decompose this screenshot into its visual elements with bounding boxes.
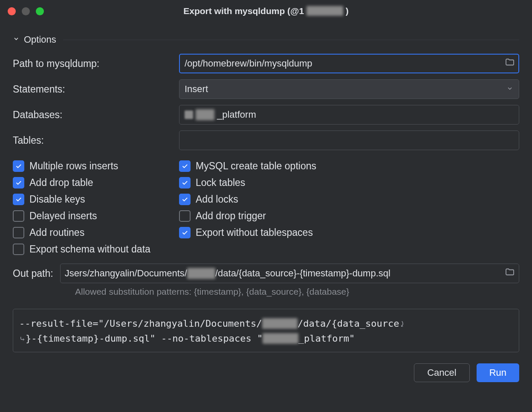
checkbox-add_drop_table[interactable]: Add drop table bbox=[13, 177, 179, 189]
checkbox-add_locks[interactable]: Add locks bbox=[179, 194, 316, 205]
databases-field[interactable]: xxxx_platform bbox=[179, 105, 519, 125]
checkbox-label: Add drop table bbox=[29, 177, 93, 189]
window-title: Export with mysqldump (@1 xxxxxxx ) bbox=[0, 6, 532, 16]
path-label: Path to mysqldump: bbox=[13, 58, 179, 70]
options-header[interactable]: Options bbox=[13, 34, 519, 45]
database-name: _platform bbox=[217, 109, 256, 120]
checkbox-icon bbox=[179, 177, 191, 189]
checkbox-label: Export without tablespaces bbox=[196, 227, 313, 238]
checkbox-label: Lock tables bbox=[196, 177, 245, 189]
run-button[interactable]: Run bbox=[477, 363, 519, 382]
checkbox-disable_keys[interactable]: Disable keys bbox=[13, 194, 179, 205]
checkbox-icon bbox=[13, 194, 24, 205]
statements-value: Insert bbox=[185, 84, 208, 95]
checkbox-export_schema[interactable]: Export schema without data bbox=[13, 244, 179, 255]
checkbox-label: Export schema without data bbox=[29, 244, 150, 255]
chevron-down-icon bbox=[13, 35, 20, 44]
outpath-label: Out path: bbox=[13, 268, 53, 279]
checkbox-icon bbox=[179, 194, 191, 205]
path-input[interactable] bbox=[179, 54, 519, 73]
checkbox-icon bbox=[13, 227, 24, 238]
chevron-down-icon bbox=[506, 84, 513, 94]
checkbox-icon bbox=[13, 244, 24, 255]
databases-label: Databases: bbox=[13, 109, 179, 121]
checkbox-icon bbox=[13, 210, 24, 222]
checkbox-label: Delayed inserts bbox=[29, 210, 97, 222]
checkbox-label: Add drop trigger bbox=[196, 210, 266, 222]
dialog-footer: Cancel Run bbox=[13, 363, 519, 382]
checkbox-label: Multiple rows inserts bbox=[29, 160, 118, 172]
checkbox-icon bbox=[179, 227, 191, 238]
dialog-window: Export with mysqldump (@1 xxxxxxx ) Opti… bbox=[0, 0, 532, 412]
outpath-input[interactable]: Jsers/zhangyalin/Documents/xxxxxx/data/{… bbox=[60, 264, 519, 283]
checkbox-export_no_tablespaces[interactable]: Export without tablespaces bbox=[179, 227, 316, 238]
checkbox-icon bbox=[13, 177, 24, 189]
checkbox-icon bbox=[13, 160, 24, 172]
checkbox-label: MySQL create table options bbox=[196, 160, 316, 172]
statements-combo[interactable]: Insert bbox=[179, 79, 519, 99]
window-controls bbox=[8, 7, 44, 15]
checkbox-icon bbox=[179, 160, 191, 172]
database-icon bbox=[185, 110, 193, 119]
statements-label: Statements: bbox=[13, 84, 179, 95]
minimize-window-button[interactable] bbox=[22, 7, 30, 15]
checkbox-label: Add routines bbox=[29, 227, 84, 238]
checkbox-label: Add locks bbox=[196, 194, 238, 205]
checkbox-icon bbox=[179, 210, 191, 222]
checkbox-multiple_rows[interactable]: Multiple rows inserts bbox=[13, 160, 179, 172]
checkbox-label: Disable keys bbox=[29, 194, 85, 205]
checkbox-mysql_create_opts[interactable]: MySQL create table options bbox=[179, 160, 316, 172]
divider bbox=[63, 40, 519, 40]
titlebar: Export with mysqldump (@1 xxxxxxx ) bbox=[0, 0, 532, 22]
close-window-button[interactable] bbox=[8, 7, 16, 15]
command-preview: --result-file="/Users/zhangyalin/Documen… bbox=[13, 309, 519, 352]
checkbox-add_drop_trigger[interactable]: Add drop trigger bbox=[179, 210, 316, 222]
cancel-button[interactable]: Cancel bbox=[414, 363, 469, 382]
folder-icon[interactable] bbox=[505, 58, 515, 70]
hint-text: Allowed substitution patterns: {timestam… bbox=[75, 287, 519, 297]
folder-icon[interactable] bbox=[505, 267, 515, 280]
zoom-window-button[interactable] bbox=[36, 7, 44, 15]
checkbox-grid: Multiple rows insertsAdd drop tableDisab… bbox=[13, 160, 519, 255]
tables-input[interactable] bbox=[179, 131, 519, 150]
tables-label: Tables: bbox=[13, 135, 179, 146]
checkbox-lock_tables[interactable]: Lock tables bbox=[179, 177, 316, 189]
checkbox-add_routines[interactable]: Add routines bbox=[13, 227, 179, 238]
checkbox-delayed_inserts[interactable]: Delayed inserts bbox=[13, 210, 179, 222]
dialog-content: Options Path to mysqldump: Statements: I… bbox=[0, 22, 532, 412]
options-label: Options bbox=[24, 34, 56, 45]
